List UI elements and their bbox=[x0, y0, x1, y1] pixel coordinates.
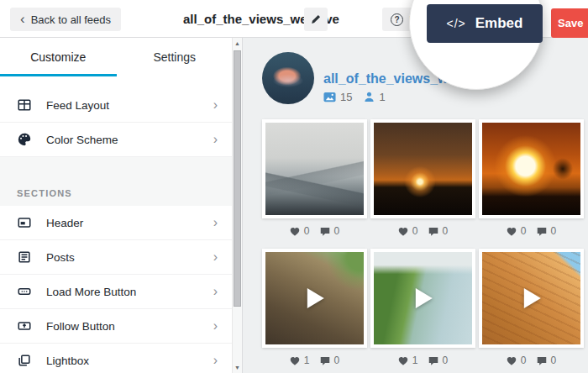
profile-stats: 15 1 bbox=[323, 91, 386, 103]
sidebar-item-label: Color Scheme bbox=[46, 134, 213, 146]
sidebar-item-load-more-button[interactable]: Load More Button › bbox=[0, 275, 233, 309]
post-meta: 0 0 bbox=[370, 224, 475, 238]
color-palette-icon bbox=[17, 131, 34, 148]
heart-icon bbox=[290, 356, 300, 365]
sidebar-item-posts[interactable]: Posts › bbox=[0, 240, 233, 275]
post-video-coastal-cliffs[interactable] bbox=[370, 249, 475, 348]
play-icon bbox=[415, 288, 432, 308]
sidebar-tabs: Customize Settings bbox=[0, 38, 233, 76]
feed-layout-grid-icon bbox=[17, 97, 34, 113]
post-meta: 0 0 bbox=[479, 354, 584, 367]
post-cell: 0 0 bbox=[479, 119, 584, 238]
post-cell: 0 0 bbox=[370, 119, 475, 238]
load-more-icon bbox=[17, 283, 34, 300]
chevron-right-icon: › bbox=[213, 250, 218, 264]
sidebar-item-lightbox[interactable]: Lightbox › bbox=[0, 344, 233, 373]
lightbox-icon bbox=[17, 352, 34, 369]
like-count: 0 bbox=[521, 355, 527, 366]
sidebar-item-header[interactable]: Header › bbox=[0, 206, 233, 240]
comment-icon bbox=[320, 227, 330, 236]
heart-icon bbox=[398, 356, 408, 365]
followers-icon bbox=[364, 92, 375, 102]
scroll-down-arrow[interactable]: ▼ bbox=[233, 362, 242, 373]
heart-icon bbox=[290, 227, 300, 236]
profile-avatar bbox=[262, 52, 314, 104]
tab-settings[interactable]: Settings bbox=[117, 38, 234, 76]
post-meta: 1 0 bbox=[262, 354, 367, 367]
media-count-icon bbox=[323, 92, 336, 102]
heart-icon bbox=[507, 227, 517, 236]
scrollbar-thumb[interactable] bbox=[234, 50, 241, 307]
followers-count: 1 bbox=[379, 91, 385, 103]
post-cell: 1 0 bbox=[262, 249, 367, 367]
chevron-right-icon: › bbox=[213, 98, 218, 112]
sidebar-item-label: Lightbox bbox=[46, 355, 213, 367]
chevron-right-icon: › bbox=[213, 133, 218, 146]
post-video-sand-dune[interactable] bbox=[479, 249, 584, 348]
comment-count: 0 bbox=[443, 355, 449, 366]
play-icon bbox=[307, 288, 323, 308]
like-count: 0 bbox=[412, 225, 418, 237]
sidebar-item-label: Load More Button bbox=[46, 286, 213, 298]
sidebar-item-label: Header bbox=[46, 217, 213, 229]
embed-button-label: Embed bbox=[475, 15, 523, 32]
media-count: 15 bbox=[340, 91, 352, 103]
chevron-right-icon: › bbox=[213, 319, 218, 333]
comment-icon bbox=[428, 356, 438, 365]
back-to-feeds-button[interactable]: ‹ Back to all feeds bbox=[10, 8, 121, 31]
sidebar-item-feed-layout[interactable]: Feed Layout › bbox=[0, 88, 233, 123]
like-count: 1 bbox=[304, 355, 310, 366]
sidebar-scrollbar: ▲ ▼ bbox=[232, 38, 242, 373]
post-cell: 1 0 bbox=[370, 249, 475, 367]
post-image-sunset-horizon[interactable] bbox=[370, 119, 475, 218]
post-meta: 0 0 bbox=[479, 224, 584, 238]
post-video-rocky-cliff[interactable] bbox=[262, 249, 367, 348]
chevron-right-icon: › bbox=[213, 354, 218, 367]
follow-icon bbox=[17, 318, 34, 334]
sections-heading: SECTIONS bbox=[0, 157, 233, 206]
chevron-right-icon: › bbox=[213, 216, 218, 229]
code-brackets-icon: </> bbox=[447, 17, 466, 30]
pencil-icon bbox=[310, 13, 322, 25]
customizer-sidebar: Customize Settings Feed Layout › Color S… bbox=[0, 38, 243, 373]
chevron-right-icon: › bbox=[213, 285, 218, 298]
posts-grid: 0 0 0 0 0 0 bbox=[262, 119, 584, 367]
like-count: 0 bbox=[521, 225, 527, 237]
customize-nav: Feed Layout › Color Scheme › bbox=[0, 88, 233, 157]
sidebar-item-color-scheme[interactable]: Color Scheme › bbox=[0, 123, 233, 157]
comment-count: 0 bbox=[334, 225, 340, 237]
tab-customize[interactable]: Customize bbox=[0, 38, 117, 76]
back-button-label: Back to all feeds bbox=[31, 13, 111, 26]
comment-icon bbox=[428, 227, 438, 236]
comment-count: 0 bbox=[443, 225, 449, 237]
posts-icon bbox=[17, 249, 34, 265]
post-cell: 0 0 bbox=[262, 119, 367, 238]
heart-icon bbox=[398, 227, 408, 236]
help-icon: ? bbox=[391, 13, 403, 26]
feed-preview: all_of_the_views_we_love 15 1 0 0 bbox=[244, 38, 588, 373]
scroll-up-arrow[interactable]: ▲ bbox=[233, 38, 242, 49]
save-button[interactable]: Save bbox=[551, 8, 588, 38]
embed-button[interactable]: </> Embed bbox=[427, 4, 543, 43]
post-image-sun-tree[interactable] bbox=[479, 119, 584, 218]
header-icon bbox=[17, 214, 34, 231]
edit-feed-name-button[interactable] bbox=[304, 8, 328, 31]
sidebar-item-label: Follow Button bbox=[46, 320, 213, 333]
post-cell: 0 0 bbox=[479, 249, 584, 367]
comment-icon bbox=[537, 356, 547, 365]
post-image-misty-mountains[interactable] bbox=[262, 119, 367, 218]
sidebar-item-label: Posts bbox=[46, 251, 213, 264]
comment-count: 0 bbox=[551, 225, 557, 237]
comment-icon bbox=[537, 227, 547, 236]
sections-nav: Header › Posts › Load More Button › bbox=[0, 206, 233, 373]
play-icon bbox=[523, 288, 540, 308]
sidebar-item-follow-button[interactable]: Follow Button › bbox=[0, 309, 233, 344]
post-meta: 0 0 bbox=[262, 224, 367, 238]
comment-count: 0 bbox=[334, 355, 340, 366]
comment-count: 0 bbox=[551, 355, 557, 366]
chevron-left-icon: ‹ bbox=[20, 12, 25, 26]
heart-icon bbox=[507, 356, 517, 365]
like-count: 1 bbox=[412, 355, 418, 366]
comment-icon bbox=[320, 356, 330, 365]
like-count: 0 bbox=[304, 225, 310, 237]
